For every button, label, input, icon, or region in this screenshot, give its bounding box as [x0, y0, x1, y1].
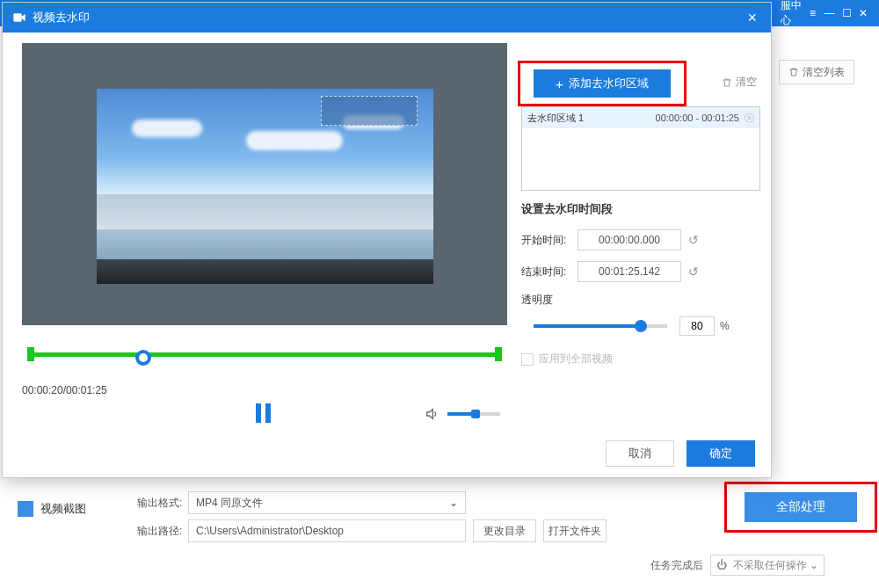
start-time-input[interactable]: 00:00:00.000 [578, 229, 681, 250]
reset-start-icon[interactable]: ↺ [688, 233, 699, 247]
change-dir-button[interactable]: 更改目录 [473, 519, 536, 542]
pause-button[interactable] [256, 403, 271, 423]
area-item-delete-icon[interactable]: ⓧ [745, 112, 754, 125]
output-settings: 输出格式: MP4 同原文件 ⌄ 输出路径: C:\Users\Administ… [137, 490, 607, 547]
sidebar-item-video-screenshot[interactable]: 视频截图 [18, 501, 86, 517]
percent-label: % [720, 320, 730, 332]
opacity-label: 透明度 [521, 293, 760, 308]
playhead[interactable] [135, 350, 151, 366]
area-list-item[interactable]: 去水印区域 1 00:00:00 - 00:01:25 ⓧ [522, 107, 759, 128]
trash-icon [788, 67, 799, 77]
output-path-value: C:\Users\Administrator\Desktop [196, 525, 344, 537]
output-format-select[interactable]: MP4 同原文件 ⌄ [188, 491, 466, 514]
hamburger-icon[interactable]: ≡ [804, 2, 821, 25]
trash-icon [722, 77, 732, 88]
svg-rect-0 [13, 13, 21, 21]
volume-icon[interactable] [425, 407, 439, 421]
task-after-label: 任务完成后 [650, 558, 703, 573]
open-folder-button[interactable]: 打开文件夹 [543, 519, 607, 542]
output-path-label: 输出路径: [137, 524, 188, 539]
output-format-value: MP4 同原文件 [196, 496, 263, 511]
playback-controls [22, 400, 507, 435]
apply-all-checkbox[interactable]: 应用到全部视频 [521, 352, 760, 367]
checkbox-icon [521, 353, 534, 366]
task-after-value: 不采取任何操作 [733, 558, 807, 573]
clear-areas-button[interactable]: 清空 [722, 75, 757, 90]
cancel-button[interactable]: 取消 [606, 440, 674, 467]
dialog-title-bar: 视频去水印 × [3, 3, 771, 33]
reset-end-icon[interactable]: ↺ [688, 265, 699, 279]
close-icon[interactable]: ✕ [855, 2, 872, 25]
task-after-select[interactable]: ⏻ 不采取任何操作 ⌄ [710, 555, 825, 576]
time-settings: 设置去水印时间段 开始时间: 00:00:00.000 ↺ 结束时间: 00:0… [521, 201, 760, 367]
dialog-footer: 取消 确定 [606, 440, 755, 467]
clear-list-label: 清空列表 [803, 65, 845, 80]
screenshot-icon [18, 501, 33, 517]
area-item-range: 00:00:00 - 00:01:25 [656, 113, 739, 123]
video-preview[interactable] [22, 43, 507, 325]
plus-icon: + [556, 76, 563, 91]
output-path-field[interactable]: C:\Users\Administrator\Desktop [188, 519, 466, 542]
dialog-title-text: 视频去水印 [33, 10, 90, 25]
video-frame [97, 89, 433, 284]
end-time-label: 结束时间: [521, 265, 578, 279]
watermark-area-list: 去水印区域 1 00:00:00 - 00:01:25 ⓧ [521, 106, 760, 191]
volume-thumb[interactable] [471, 410, 480, 418]
trim-handle-right[interactable] [495, 347, 502, 361]
process-all-highlight: 全部处理 [724, 482, 877, 533]
time-section-title: 设置去水印时间段 [521, 201, 760, 217]
time-display: 00:00:20/00:01:25 [22, 384, 107, 396]
chevron-down-icon: ⌄ [810, 559, 818, 571]
watermark-remove-dialog: 视频去水印 × 00:00:20/00:01:25 [2, 2, 772, 478]
video-screenshot-label: 视频截图 [40, 501, 86, 517]
video-icon [11, 10, 27, 25]
dialog-body: 00:00:20/00:01:25 + 添加去水印区域 [3, 33, 771, 477]
chevron-down-icon: ⌄ [449, 497, 458, 509]
end-time-input[interactable]: 00:01:25.142 [578, 261, 681, 282]
start-time-label: 开始时间: [521, 233, 578, 248]
dialog-close-button[interactable]: × [742, 9, 762, 27]
opacity-input[interactable]: 80 [679, 316, 715, 336]
maximize-icon[interactable]: ☐ [838, 2, 854, 25]
power-icon: ⏻ [716, 559, 727, 571]
opacity-slider[interactable] [534, 324, 667, 328]
process-all-button[interactable]: 全部处理 [745, 492, 857, 522]
opacity-thumb[interactable] [635, 320, 647, 332]
output-format-label: 输出格式: [137, 496, 188, 511]
area-item-name: 去水印区域 1 [527, 112, 656, 125]
minimize-icon[interactable]: — [821, 2, 838, 25]
trim-handle-left[interactable] [27, 347, 34, 361]
ok-button[interactable]: 确定 [686, 440, 755, 467]
watermark-selection-box[interactable] [321, 96, 418, 126]
clear-list-button[interactable]: 清空列表 [779, 60, 854, 84]
add-area-highlight: + 添加去水印区域 [518, 61, 686, 106]
add-watermark-area-button[interactable]: + 添加去水印区域 [534, 69, 671, 98]
service-center-label[interactable]: 服中心 [781, 0, 804, 28]
task-after-row: 任务完成后 ⏻ 不采取任何操作 ⌄ [650, 555, 825, 576]
timeline[interactable] [22, 338, 507, 382]
volume-slider[interactable] [447, 412, 500, 416]
